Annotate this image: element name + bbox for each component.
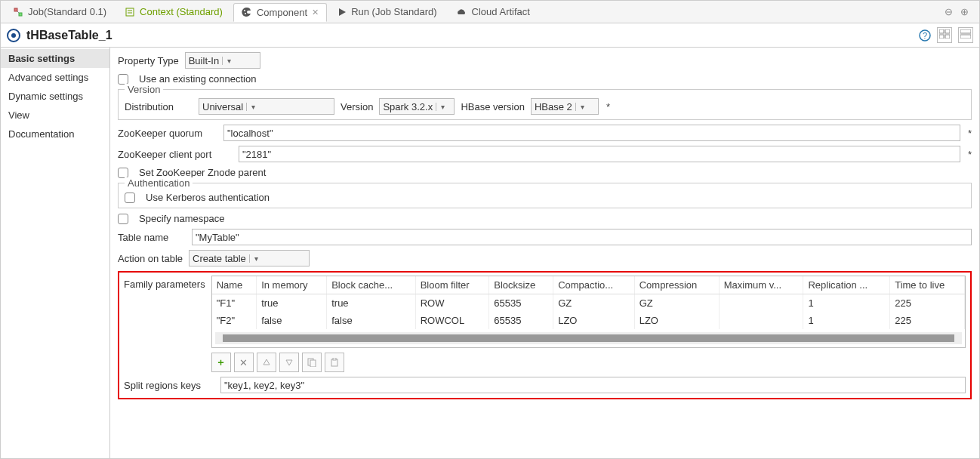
table-cell[interactable]: 225: [890, 312, 965, 329]
tab-job[interactable]: Job(Standard 0.1): [5, 3, 114, 20]
table-row[interactable]: "F1"truetrueROW65535GZGZ1225: [212, 294, 965, 313]
highlighted-section: Family parameters NameIn memoryBlock cac…: [118, 271, 972, 399]
required-asterisk: *: [968, 128, 972, 139]
close-icon[interactable]: ✕: [312, 8, 319, 17]
maximize-icon[interactable]: ⊕: [960, 6, 969, 17]
column-header[interactable]: In memory: [257, 276, 327, 294]
sidebar-item-view[interactable]: View: [1, 106, 109, 125]
table-cell[interactable]: 1: [803, 312, 890, 329]
table-cell[interactable]: false: [327, 312, 415, 329]
table-cell[interactable]: [719, 312, 803, 329]
svg-point-7: [245, 13, 246, 14]
table-cell[interactable]: true: [257, 294, 327, 313]
table-cell[interactable]: LZO: [553, 312, 635, 329]
family-params-table[interactable]: NameIn memoryBlock cache...Bloom filterB…: [211, 276, 966, 348]
svg-rect-16: [945, 35, 950, 39]
move-down-button[interactable]: [279, 353, 299, 372]
minimize-icon[interactable]: ⊖: [945, 6, 953, 17]
tab-context[interactable]: Context (Standard): [117, 3, 230, 20]
column-header[interactable]: Time to live: [890, 276, 965, 294]
version-legend: Version: [125, 84, 163, 95]
column-header[interactable]: Replication ...: [803, 276, 890, 294]
table-cell[interactable]: GZ: [634, 294, 719, 313]
sidebar-item-advanced-settings[interactable]: Advanced settings: [1, 68, 109, 87]
table-cell[interactable]: 65535: [489, 312, 553, 329]
scrollbar-thumb[interactable]: [223, 334, 954, 342]
property-type-value: Built-In: [189, 55, 219, 66]
add-row-button[interactable]: ＋: [211, 353, 231, 372]
palette-icon: [242, 7, 252, 17]
hbase-version-select[interactable]: HBase 2 ▾: [531, 98, 599, 115]
zk-port-value: "2181": [242, 149, 271, 160]
title-bar: tHBaseTable_1 ?: [1, 23, 979, 48]
svg-line-2: [17, 11, 19, 13]
sidebar-item-basic-settings[interactable]: Basic settings: [1, 49, 109, 68]
sidebar-item-label: Basic settings: [8, 53, 75, 64]
svg-point-10: [11, 33, 16, 38]
sidebar: Basic settings Advanced settings Dynamic…: [1, 48, 110, 458]
auth-fieldset: Authentication Use Kerberos authenticati…: [118, 183, 972, 208]
action-label: Action on table: [118, 253, 183, 264]
version-select[interactable]: Spark 3.2.x ▾: [379, 98, 455, 115]
specify-namespace-label: Specify namespace: [139, 213, 224, 224]
specify-namespace-checkbox[interactable]: [118, 214, 128, 224]
sidebar-item-label: Dynamic settings: [8, 91, 83, 102]
tab-run[interactable]: Run (Job Standard): [330, 3, 444, 20]
split-keys-input[interactable]: "key1, key2, key3": [220, 377, 966, 393]
tab-cloud-artifact[interactable]: Cloud Artifact: [448, 3, 538, 20]
zk-quorum-input[interactable]: "localhost": [223, 125, 960, 141]
column-header[interactable]: Block cache...: [327, 276, 415, 294]
table-cell[interactable]: "F2": [212, 312, 257, 329]
table-cell[interactable]: [719, 294, 803, 313]
column-header[interactable]: Compactio...: [553, 276, 635, 294]
tab-component[interactable]: Component ✕: [233, 3, 327, 22]
table-name-input[interactable]: "MyTable": [192, 229, 972, 245]
table-cell[interactable]: false: [257, 312, 327, 329]
column-header[interactable]: Maximum v...: [719, 276, 803, 294]
paste-button[interactable]: [325, 353, 344, 372]
cloud-icon: [455, 8, 467, 17]
play-icon: [337, 8, 347, 17]
version-value: Spark 3.2.x: [383, 101, 433, 112]
table-cell[interactable]: ROW: [415, 294, 489, 313]
table-row[interactable]: "F2"falsefalseROWCOL65535LZOLZO1225: [212, 312, 965, 329]
sidebar-item-dynamic-settings[interactable]: Dynamic settings: [1, 87, 109, 106]
zk-port-input[interactable]: "2181": [239, 146, 960, 162]
sidebar-item-documentation[interactable]: Documentation: [1, 125, 109, 143]
table-cell[interactable]: GZ: [553, 294, 635, 313]
horizontal-scrollbar[interactable]: [215, 332, 962, 344]
svg-rect-15: [939, 35, 944, 39]
table-cell[interactable]: "F1": [212, 294, 257, 313]
distribution-select[interactable]: Universal ▾: [199, 98, 334, 115]
move-up-button[interactable]: [257, 353, 276, 372]
table-cell[interactable]: 65535: [489, 294, 553, 313]
column-header[interactable]: Compression: [634, 276, 719, 294]
svg-marker-20: [286, 360, 292, 365]
table-cell[interactable]: 225: [890, 294, 965, 313]
table-cell[interactable]: ROWCOL: [415, 312, 489, 329]
action-value: Create table: [193, 253, 246, 264]
delete-row-button[interactable]: ✕: [234, 353, 254, 372]
property-type-select[interactable]: Built-In ▾: [185, 52, 260, 69]
layout-grid-icon[interactable]: [937, 27, 952, 43]
use-kerberos-checkbox[interactable]: [125, 193, 135, 203]
hbase-version-value: HBase 2: [535, 101, 572, 112]
distribution-label: Distribution: [125, 101, 193, 112]
set-znode-checkbox[interactable]: [118, 168, 128, 178]
zk-quorum-value: "localhost": [227, 128, 273, 139]
table-cell[interactable]: LZO: [634, 312, 719, 329]
table-cell[interactable]: 1: [803, 294, 890, 313]
copy-button[interactable]: [302, 353, 322, 372]
use-existing-connection-checkbox[interactable]: [118, 74, 128, 85]
tab-label: Run (Job Standard): [351, 6, 436, 17]
tab-label: Job(Standard 0.1): [28, 6, 106, 17]
hbase-version-label: HBase version: [461, 101, 525, 112]
help-icon[interactable]: ?: [919, 29, 931, 42]
column-header[interactable]: Bloom filter: [415, 276, 489, 294]
svg-marker-8: [339, 8, 346, 16]
layout-rows-icon[interactable]: [958, 27, 973, 43]
column-header[interactable]: Name: [212, 276, 257, 294]
table-cell[interactable]: true: [327, 294, 415, 313]
column-header[interactable]: Blocksize: [489, 276, 553, 294]
action-select[interactable]: Create table ▾: [189, 250, 310, 266]
